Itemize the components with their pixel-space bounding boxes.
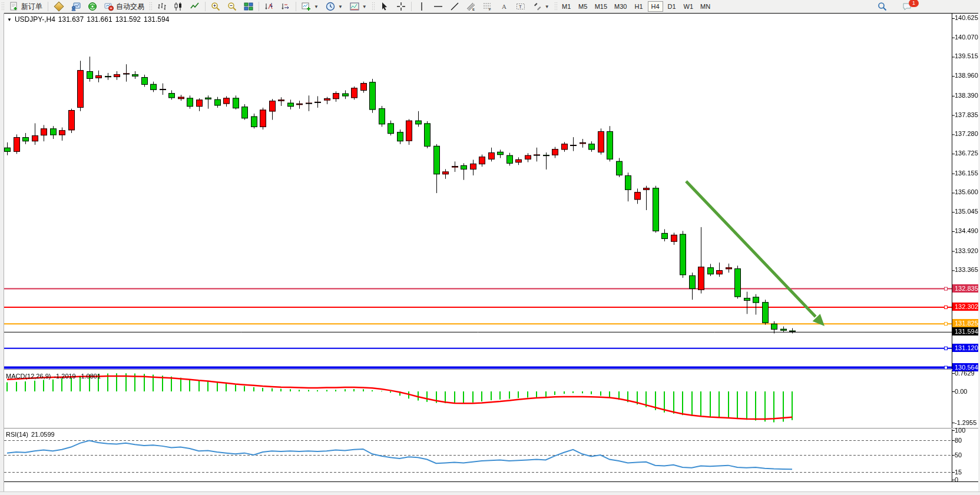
chart-window: ▼ USDJPY-,H4 131.637 131.661 131.592 131… <box>0 13 980 495</box>
price-line-label: 131.120 <box>952 344 980 352</box>
tile-windows-icon <box>244 2 253 11</box>
new-order-icon <box>9 2 19 11</box>
toolbar-grip[interactable] <box>149 2 153 11</box>
collapse-triangle-icon[interactable]: ▼ <box>7 17 12 22</box>
auto-trading-icon <box>104 2 114 11</box>
data-window-button[interactable] <box>68 1 84 12</box>
template-icon <box>350 2 359 11</box>
timeframe-h1[interactable]: H1 <box>631 1 647 12</box>
candlestick-chart-icon <box>174 2 183 11</box>
cursor-button[interactable] <box>376 1 393 12</box>
price-axis-tick: 136.725 <box>955 150 979 157</box>
mt4-application: 新订单 自动交易 <box>0 0 980 495</box>
text-label-tool[interactable]: T <box>512 1 529 12</box>
horizontal-line-icon <box>433 2 443 11</box>
price-axis-tick: 140.625 <box>955 14 979 21</box>
vertical-line-tool[interactable] <box>413 1 430 12</box>
bar-chart-button[interactable] <box>154 1 170 12</box>
macd-label: MACD(12,26,9) -1.2019 -1.0801 <box>6 373 101 380</box>
search-icon <box>878 2 887 11</box>
zoom-out-icon <box>227 2 237 11</box>
template-button[interactable]: ▼ <box>346 1 370 12</box>
timeframe-mn[interactable]: MN <box>697 1 713 12</box>
symbol-period: USDJPY-,H4 <box>15 15 55 24</box>
arrows-tool[interactable]: ▼ <box>529 1 553 12</box>
rsi-indicator-chart[interactable] <box>0 429 980 481</box>
zoom-out-button[interactable] <box>224 1 240 12</box>
toolbar-grip[interactable] <box>1 2 5 11</box>
toolbar-right: 1 <box>874 0 915 13</box>
macd-axis-tick: 0.7629 <box>955 370 979 377</box>
notifications-button[interactable]: 1 <box>899 1 915 12</box>
rsi-name: RSI(14) <box>6 431 28 438</box>
timeframe-m5[interactable]: M5 <box>575 1 591 12</box>
arrange-vertical-icon <box>264 2 274 11</box>
arrange-vertical-button[interactable] <box>261 1 277 12</box>
price-line-label: 131.825 <box>952 319 980 327</box>
notification-badge: 1 <box>909 0 919 7</box>
ohlc-close: 131.594 <box>144 15 169 24</box>
equidistant-channel-tool[interactable]: E <box>463 1 479 12</box>
timeframe-d1[interactable]: D1 <box>664 1 680 12</box>
trendline-tool[interactable] <box>446 1 463 12</box>
horizontal-line-tool[interactable] <box>430 1 446 12</box>
svg-text:F: F <box>489 8 491 11</box>
price-axis-tick: 136.155 <box>955 170 979 177</box>
chart-title: ▼ USDJPY-,H4 131.637 131.661 131.592 131… <box>7 15 169 24</box>
timeframe-m15[interactable]: M15 <box>592 1 610 12</box>
chevron-down-icon: ▼ <box>314 4 319 9</box>
period-button[interactable]: ▼ <box>322 1 346 12</box>
search-button[interactable] <box>874 1 890 12</box>
macd-name: MACD(12,26,9) <box>6 373 51 380</box>
rsi-axis-tick: 15 <box>955 469 979 476</box>
text-tool[interactable]: A <box>496 1 512 12</box>
trendline-icon <box>450 2 459 11</box>
price-axis-tick: 140.070 <box>955 34 979 41</box>
arrange-horizontal-button[interactable] <box>277 1 294 12</box>
price-axis-tick: 138.960 <box>955 72 979 79</box>
zoom-in-button[interactable] <box>207 1 224 12</box>
market-watch-button[interactable] <box>50 1 68 12</box>
clock-icon <box>326 2 335 11</box>
price-axis-tick: 137.280 <box>955 130 979 137</box>
vertical-line-icon <box>417 2 426 11</box>
timeframe-h4[interactable]: H4 <box>648 1 663 12</box>
equidistant-channel-icon: E <box>466 2 476 11</box>
crosshair-button[interactable] <box>393 1 409 12</box>
rsi-axis-tick: 100 <box>955 427 979 434</box>
crosshair-icon <box>396 2 406 11</box>
current-price-label: 131.594 <box>952 327 980 335</box>
timeframe-m1[interactable]: M1 <box>559 1 574 12</box>
cursor-icon <box>380 2 389 11</box>
chevron-down-icon: ▼ <box>338 4 343 9</box>
timeframe-w1[interactable]: W1 <box>681 1 697 12</box>
rsi-axis-tick: 50 <box>955 451 979 459</box>
separator <box>205 2 206 11</box>
text-icon: A <box>499 2 509 11</box>
price-axis-tick: 135.045 <box>955 208 979 215</box>
line-chart-button[interactable] <box>187 1 203 12</box>
new-chart-button[interactable]: ▼ <box>298 1 322 12</box>
candlestick-chart-button[interactable] <box>170 1 187 12</box>
price-axis-tick: 134.490 <box>955 227 979 234</box>
timeframe-m30[interactable]: M30 <box>611 1 630 12</box>
window-bottom-edge <box>0 491 980 495</box>
new-order-label: 新订单 <box>21 2 42 12</box>
toolbar-grip[interactable] <box>554 2 558 11</box>
main-price-chart[interactable] <box>0 13 980 370</box>
svg-text:A: A <box>502 3 506 10</box>
tile-windows-button[interactable] <box>240 1 257 12</box>
ohlc-high: 131.661 <box>87 15 112 24</box>
auto-trading-button[interactable]: 自动交易 <box>101 1 148 12</box>
fibonacci-icon: F <box>483 2 492 11</box>
fibonacci-tool[interactable]: F <box>479 1 496 12</box>
price-axis-tick: 133.920 <box>955 247 979 254</box>
price-axis-tick: 137.835 <box>955 111 979 118</box>
toolbar-grip[interactable] <box>372 2 375 11</box>
new-order-button[interactable]: 新订单 <box>6 1 46 12</box>
price-axis-tick: 135.600 <box>955 188 979 195</box>
zoom-in-icon <box>211 2 220 11</box>
separator <box>296 2 296 11</box>
navigator-button[interactable] <box>84 1 101 12</box>
macd-indicator-chart[interactable] <box>0 370 980 428</box>
